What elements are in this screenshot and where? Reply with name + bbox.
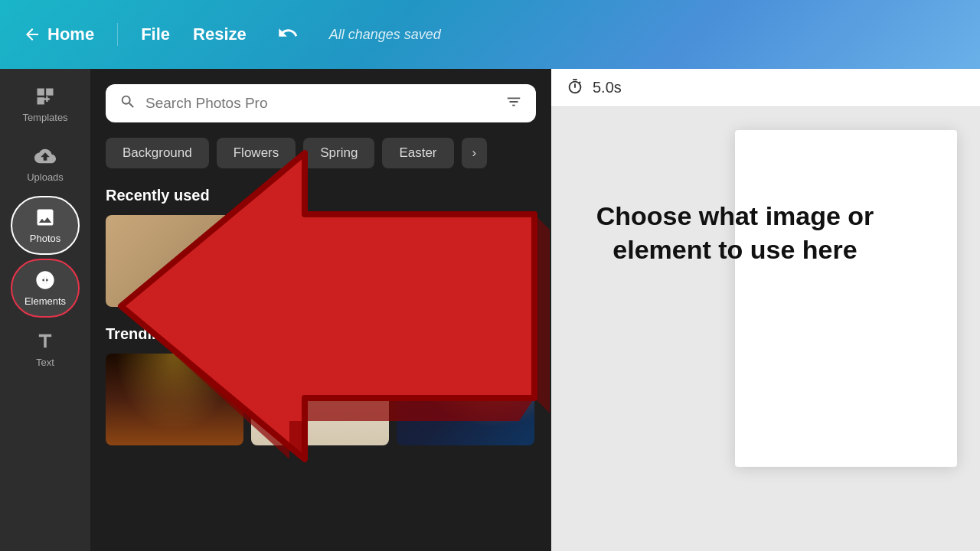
back-button[interactable]: Home [23,24,94,44]
resize-menu[interactable]: Resize [193,24,247,44]
canvas-toolbar: 5.0s [551,69,980,107]
timer-icon [567,78,583,98]
chip-flowers[interactable]: Flowers [217,138,296,168]
filter-icon[interactable] [505,93,522,113]
chip-easter[interactable]: Easter [382,138,453,168]
search-bar [106,84,536,122]
sidebar-item-elements[interactable]: Elements [11,259,80,318]
canvas-content: Choose what image or element to use here [551,107,980,551]
sidebar-item-photos[interactable]: Photos [11,196,80,255]
trending-grid [106,354,536,445]
photos-label: Photos [30,233,60,244]
elements-label: Elements [24,295,66,307]
chips-more-button[interactable]: › [462,138,488,168]
search-icon [119,93,136,113]
top-nav: Home File Resize All changes saved [0,0,980,69]
recently-title: Recently used [106,187,536,204]
category-chips: Background Flowers Spring Easter › [106,138,536,168]
panel: Background Flowers Spring Easter › Recen… [90,69,551,551]
home-label: Home [47,24,94,44]
timer-value: 5.0s [593,79,622,96]
trending-thumb-1[interactable] [106,354,243,445]
templates-label: Templates [22,112,67,123]
chip-background[interactable]: Background [106,138,209,168]
canvas-frame [735,130,957,467]
chip-spring[interactable]: Spring [303,138,374,168]
sidebar-item-text[interactable]: Text [0,321,90,377]
trending-title: Trending [106,325,536,343]
canvas-area: 5.0s Choose what image or element to use… [551,69,980,551]
uploads-label: Uploads [27,171,64,183]
undo-button[interactable] [277,22,299,47]
trending-thumb-2[interactable] [251,354,389,445]
canvas-hint: Choose what image or element to use here [590,199,880,266]
sidebar-item-uploads[interactable]: Uploads [0,136,90,192]
text-label: Text [36,357,54,368]
trending-thumb-3[interactable] [397,354,534,445]
nav-divider [117,23,118,46]
sidebar-item-templates[interactable]: Templates [0,77,90,132]
sidebar: Templates Uploads Photos Elements Text [0,69,90,551]
recently-row [106,215,536,307]
recent-thumb-1[interactable] [106,215,243,307]
file-menu[interactable]: File [141,24,170,44]
search-input[interactable] [145,95,496,112]
main-layout: Templates Uploads Photos Elements Text [0,69,980,551]
save-status: All changes saved [329,27,441,43]
